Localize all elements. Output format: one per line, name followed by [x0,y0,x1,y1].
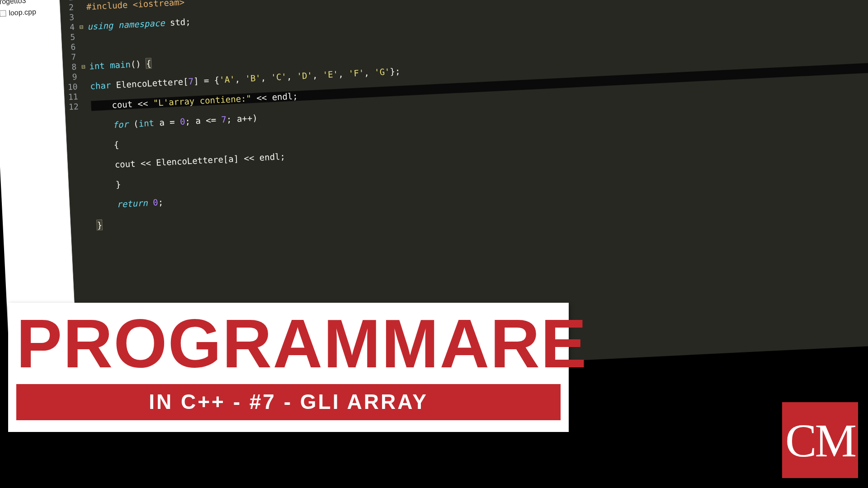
code-token: , [364,67,375,78]
code-token: char [90,80,116,91]
line-number: 8 [63,62,77,72]
line-number: 9 [63,72,77,82]
title-main: PROGRAMMARE [16,309,561,378]
code-token: std [170,17,185,28]
code-token: return [96,197,153,210]
code-token: }; [390,66,401,76]
fold-toggle-icon[interactable]: ⊟ [77,22,86,32]
project-file-item[interactable]: loop.cpp [0,6,58,19]
channel-logo: CM [782,402,858,478]
code-token: () [130,58,146,69]
code-token: 'G' [374,66,390,77]
code-content[interactable]: #include <iostream> using namespace std;… [85,0,868,250]
code-token: namespace [118,18,170,30]
code-token: { [93,140,119,151]
code-token: , [260,72,271,83]
code-token: "L'array contiene:" [153,93,251,108]
code-token: , [286,71,297,81]
code-token: ; a <= [185,114,222,126]
code-token: ; [185,17,191,27]
title-overlay: PROGRAMMARE IN C++ - #7 - GLI ARRAY [8,303,569,432]
code-token: ; a++) [226,113,258,124]
project-file-label: loop.cpp [9,8,36,17]
line-number: 12 [65,102,79,112]
code-token: ElencoLettere [116,77,184,90]
code-token: using [87,20,119,31]
code-token: << endl; [251,91,298,103]
code-token: , [235,74,245,84]
brace-highlight: } [97,220,103,230]
code-token: a = [159,117,180,127]
code-token: } [95,179,121,191]
brace-highlight: { [146,58,152,69]
channel-logo-text: CM [785,413,855,467]
code-token: cout [91,99,138,111]
code-token: 'A' [219,74,235,85]
code-token: for [92,119,133,131]
line-number: 7 [62,52,76,62]
code-token: 'B' [245,73,261,84]
code-token: <iostream> [132,0,184,9]
code-token: cout << ElencoLettere[a] << endl; [94,151,286,171]
code-token: 'C' [271,71,287,82]
code-token: 'F' [348,68,364,79]
code-token: 'E' [322,69,338,80]
file-icon [0,10,6,17]
code-token: , [338,69,349,79]
line-number: 6 [62,42,76,52]
code-token: #include [86,0,133,12]
code-token: ; [158,197,164,207]
line-number: 11 [64,92,78,102]
code-token: main [110,59,131,70]
code-token: 'D' [297,70,312,81]
line-number: 3 [61,12,75,23]
line-number: 4 [61,22,75,33]
code-token: int [138,117,160,128]
line-number: 2 [60,2,74,13]
code-token: , [312,70,323,80]
title-subtitle-bar: IN C++ - #7 - GLI ARRAY [16,384,561,420]
code-token: ] = { [193,75,220,86]
line-number: 10 [64,82,78,92]
fold-toggle-icon[interactable]: ⊟ [79,61,88,72]
code-token: int [89,60,110,71]
line-number: 5 [61,32,75,42]
code-token: << [137,98,153,109]
